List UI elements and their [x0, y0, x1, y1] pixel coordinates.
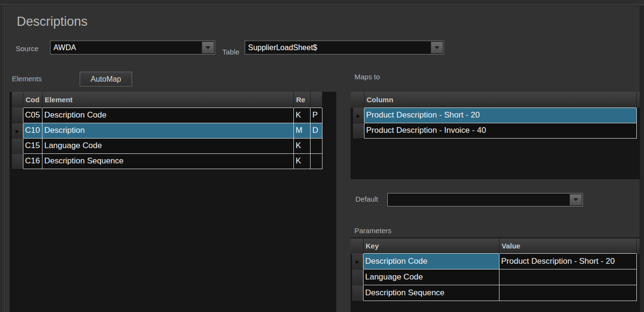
table-dropdown-value: SupplierLoadSheet$ [248, 41, 428, 54]
cell-key[interactable]: Description Sequence [363, 285, 499, 301]
elements-grid: Cod Element Re C05 Description Code K P … [12, 92, 322, 169]
column-header-column[interactable]: Column [364, 92, 636, 108]
table-dropdown[interactable]: SupplierLoadSheet$ [245, 41, 444, 54]
grid-corner-header [352, 238, 363, 253]
row-header[interactable] [12, 138, 23, 153]
table-label: Table [222, 48, 239, 56]
elements-grid-panel: Cod Element Re C05 Description Code K P … [10, 92, 336, 312]
grid-corner-header [12, 92, 23, 108]
maps-to-grid: Column ▶ Product Description - Short - 2… [353, 92, 637, 139]
cell-re[interactable]: M [293, 123, 310, 138]
cell-extra[interactable] [310, 153, 322, 169]
cell-re[interactable]: K [293, 108, 310, 123]
column-header-cod[interactable]: Cod [23, 92, 42, 108]
cell-cod[interactable]: C16 [23, 153, 42, 169]
row-selector-arrow-icon: ▶ [356, 113, 360, 118]
table-row[interactable]: ▶ Description Code Product Description -… [352, 253, 636, 269]
parameters-label: Parameters [354, 226, 392, 235]
cell-element[interactable]: Description Code [42, 108, 293, 123]
parameters-grid-panel: Key Value ▶ Description Code Product Des… [351, 237, 640, 312]
cell-element[interactable]: Description Sequence [42, 153, 293, 169]
chevron-down-icon [435, 46, 439, 49]
maps-to-label: Maps to [354, 73, 380, 81]
chevron-down-icon [573, 198, 578, 201]
cell-element[interactable]: Language Code [42, 138, 293, 153]
default-label: Default [355, 195, 378, 203]
cell-cod[interactable]: C15 [23, 138, 42, 153]
cell-value[interactable] [499, 285, 636, 301]
cell-key[interactable]: Language Code [363, 269, 499, 285]
cell-key[interactable]: Description Code [363, 253, 499, 269]
default-dropdown[interactable] [387, 193, 583, 206]
cell-column[interactable]: Product Description - Short - 20 [364, 108, 636, 123]
row-header[interactable]: ▶ [12, 123, 23, 138]
chevron-down-icon [206, 46, 210, 49]
dropdown-arrow-icon[interactable] [431, 42, 443, 54]
table-row[interactable]: C15 Language Code K [12, 138, 322, 153]
table-row[interactable]: ▶ C10 Description M D [12, 123, 322, 138]
row-header[interactable] [352, 269, 363, 285]
window-border-right [640, 0, 644, 312]
row-selector-arrow-icon: ▶ [355, 259, 359, 264]
maps-to-grid-header-row: Column [353, 92, 636, 108]
cell-extra[interactable]: D [310, 123, 322, 138]
row-header[interactable] [353, 123, 364, 138]
dropdown-arrow-icon[interactable] [202, 42, 214, 54]
row-header[interactable]: ▶ [353, 108, 364, 123]
cell-extra[interactable]: P [310, 108, 322, 123]
grid-corner-header [353, 92, 364, 108]
cell-column[interactable]: Product Description - Invoice - 40 [364, 123, 636, 138]
page-title: Descriptions [17, 14, 88, 29]
row-header[interactable]: ▶ [352, 253, 363, 269]
table-row[interactable]: C16 Description Sequence K [12, 153, 322, 169]
cell-value[interactable]: Product Description - Short - 20 [499, 253, 636, 269]
row-header[interactable] [12, 153, 23, 169]
column-header-extra[interactable] [310, 92, 322, 108]
table-row[interactable]: Description Sequence [352, 285, 636, 301]
parameters-grid-header-row: Key Value [352, 238, 636, 253]
cell-cod[interactable]: C10 [23, 123, 42, 138]
row-header[interactable] [352, 285, 363, 301]
cell-value[interactable] [499, 269, 636, 285]
cell-cod[interactable]: C05 [23, 108, 42, 123]
cell-extra[interactable] [310, 138, 322, 153]
source-dropdown[interactable]: AWDA [50, 41, 215, 54]
cell-re[interactable]: K [293, 138, 310, 153]
elements-grid-header-row: Cod Element Re [12, 92, 322, 108]
source-dropdown-value: AWDA [53, 41, 199, 54]
table-row[interactable]: Product Description - Invoice - 40 [353, 123, 636, 138]
row-selector-arrow-icon: ▶ [15, 129, 19, 134]
source-label: Source [16, 44, 39, 53]
table-row[interactable]: Language Code [352, 269, 636, 285]
automap-button[interactable]: AutoMap [80, 72, 132, 86]
dropdown-arrow-icon[interactable] [570, 194, 582, 205]
column-header-re[interactable]: Re [293, 92, 310, 108]
cell-element[interactable]: Description [42, 123, 293, 138]
table-row[interactable]: ▶ Product Description - Short - 20 [353, 108, 636, 123]
parameters-grid: Key Value ▶ Description Code Product Des… [352, 238, 637, 301]
cell-re[interactable]: K [293, 153, 310, 169]
column-header-element[interactable]: Element [42, 92, 293, 108]
column-header-value[interactable]: Value [499, 238, 636, 253]
default-dropdown-value [391, 194, 567, 206]
table-row[interactable]: C05 Description Code K P [12, 108, 322, 123]
maps-to-grid-panel: Column ▶ Product Description - Short - 2… [351, 92, 640, 179]
elements-label: Elements [12, 75, 42, 83]
column-header-key[interactable]: Key [363, 238, 499, 253]
row-header[interactable] [12, 108, 23, 123]
window-border-left [0, 0, 6, 312]
window-border-top [0, 0, 644, 6]
